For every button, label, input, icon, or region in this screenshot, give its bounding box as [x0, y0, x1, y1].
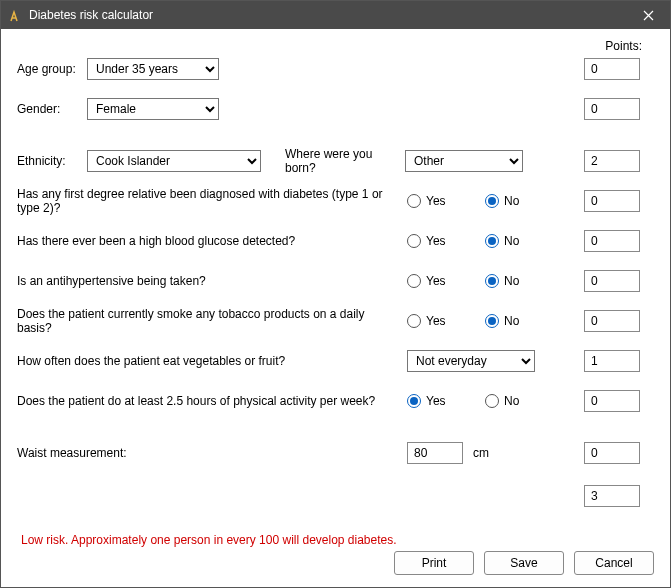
high-glucose-no-radio[interactable]: No — [485, 234, 535, 248]
points-activity[interactable] — [584, 390, 640, 412]
ethnicity-label: Ethnicity: — [17, 154, 87, 168]
row-total — [17, 473, 654, 513]
row-age-group: Age group: Under 35 years — [17, 49, 654, 89]
antihyp-no-radio[interactable]: No — [485, 274, 535, 288]
print-button[interactable]: Print — [394, 551, 474, 575]
row-waist: Waist measurement: cm — [17, 433, 654, 473]
points-relative[interactable] — [584, 190, 640, 212]
gender-label: Gender: — [17, 102, 87, 116]
activity-label: Does the patient do at least 2.5 hours o… — [17, 394, 407, 408]
points-veg[interactable] — [584, 350, 640, 372]
row-high-glucose: Has there ever been a high blood glucose… — [17, 221, 654, 261]
high-glucose-yes-radio[interactable]: Yes — [407, 234, 457, 248]
risk-message: Low risk. Approximately one person in ev… — [21, 533, 654, 547]
points-high-glucose[interactable] — [584, 230, 640, 252]
where-born-label: Where were you born? — [285, 147, 405, 175]
row-antihyp: Is an antihypertensive being taken? Yes … — [17, 261, 654, 301]
smoke-no-radio[interactable]: No — [485, 314, 535, 328]
row-veg: How often does the patient eat vegetable… — [17, 341, 654, 381]
row-activity: Does the patient do at least 2.5 hours o… — [17, 381, 654, 421]
save-button[interactable]: Save — [484, 551, 564, 575]
smoke-yes-radio[interactable]: Yes — [407, 314, 457, 328]
smoke-label: Does the patient currently smoke any tob… — [17, 307, 407, 335]
points-age-group[interactable] — [584, 58, 640, 80]
veg-label: How often does the patient eat vegetable… — [17, 354, 407, 368]
points-gender[interactable] — [584, 98, 640, 120]
app-icon — [7, 7, 23, 23]
activity-no-radio[interactable]: No — [485, 394, 535, 408]
close-button[interactable] — [626, 1, 670, 29]
points-total[interactable] — [584, 485, 640, 507]
row-smoke: Does the patient currently smoke any tob… — [17, 301, 654, 341]
window-title: Diabetes risk calculator — [29, 8, 626, 22]
row-gender: Gender: Female — [17, 89, 654, 129]
cm-label: cm — [473, 446, 489, 460]
points-antihyp[interactable] — [584, 270, 640, 292]
ethnicity-select[interactable]: Cook Islander — [87, 150, 261, 172]
activity-yes-radio[interactable]: Yes — [407, 394, 457, 408]
age-group-select[interactable]: Under 35 years — [87, 58, 219, 80]
points-header-label: Points: — [605, 39, 642, 53]
relative-no-radio[interactable]: No — [485, 194, 535, 208]
points-waist[interactable] — [584, 442, 640, 464]
points-ethnicity[interactable] — [584, 150, 640, 172]
age-group-label: Age group: — [17, 62, 87, 76]
waist-input[interactable] — [407, 442, 463, 464]
relative-label: Has any first degree relative been diagn… — [17, 187, 407, 215]
relative-yes-radio[interactable]: Yes — [407, 194, 457, 208]
titlebar: Diabetes risk calculator — [1, 1, 670, 29]
row-relative: Has any first degree relative been diagn… — [17, 181, 654, 221]
antihyp-yes-radio[interactable]: Yes — [407, 274, 457, 288]
antihyp-label: Is an antihypertensive being taken? — [17, 274, 407, 288]
where-born-select[interactable]: Other — [405, 150, 523, 172]
gender-select[interactable]: Female — [87, 98, 219, 120]
row-ethnicity: Ethnicity: Cook Islander Where were you … — [17, 141, 654, 181]
button-row: Print Save Cancel — [394, 551, 654, 575]
cancel-button[interactable]: Cancel — [574, 551, 654, 575]
points-smoke[interactable] — [584, 310, 640, 332]
high-glucose-label: Has there ever been a high blood glucose… — [17, 234, 407, 248]
veg-select[interactable]: Not everyday — [407, 350, 535, 372]
waist-label: Waist measurement: — [17, 446, 407, 460]
content-area: Points: Age group: Under 35 years Gender… — [1, 29, 670, 587]
